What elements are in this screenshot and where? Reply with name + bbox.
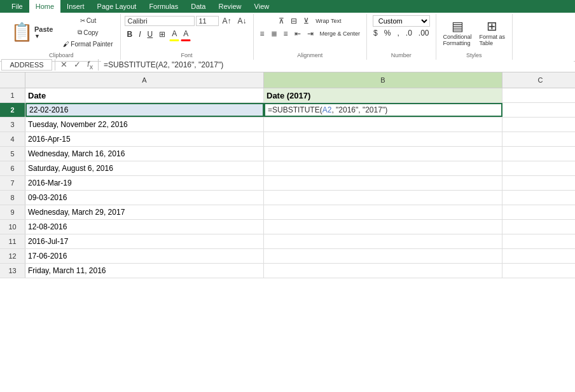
cell-c1[interactable] — [502, 88, 575, 102]
column-header-b[interactable]: B — [264, 72, 502, 88]
cell-a6[interactable]: Saturday, August 6, 2016 — [25, 161, 264, 175]
wrap-text-button[interactable]: Wrap Text — [313, 17, 343, 26]
formula-input[interactable] — [101, 60, 574, 69]
tab-data[interactable]: Data — [184, 0, 212, 13]
tab-home[interactable]: Home — [29, 0, 60, 13]
fill-color-button[interactable]: A — [169, 28, 179, 41]
name-box[interactable] — [1, 59, 52, 71]
cell-b13[interactable] — [264, 264, 502, 278]
format-painter-button[interactable]: 🖌 Format Painter — [60, 39, 116, 50]
row-number[interactable]: 9 — [0, 205, 25, 219]
align-middle-button[interactable]: ⊟ — [288, 15, 300, 27]
cell-c11[interactable] — [502, 234, 575, 248]
cell-a5[interactable]: Wednesday, March 16, 2016 — [25, 147, 264, 161]
align-top-button[interactable]: ⊼ — [276, 15, 287, 27]
cell-b10[interactable] — [264, 220, 502, 234]
format-as-table-button[interactable]: ⊞ Format asTable — [476, 17, 509, 48]
paste-dropdown[interactable]: ▼ — [34, 33, 40, 39]
row-number[interactable]: 12 — [0, 249, 25, 263]
row-number[interactable]: 11 — [0, 234, 25, 248]
currency-button[interactable]: $ — [371, 27, 380, 39]
tab-view[interactable]: View — [248, 0, 276, 13]
cell-a1[interactable]: Date — [25, 88, 264, 102]
insert-function-button[interactable]: fx — [85, 59, 95, 71]
bold-button[interactable]: B — [125, 29, 135, 41]
cell-c2[interactable] — [502, 103, 575, 117]
italic-button[interactable]: I — [136, 29, 143, 41]
align-right-button[interactable]: ≡ — [281, 28, 291, 40]
underline-button[interactable]: U — [145, 29, 156, 41]
row-number[interactable]: 13 — [0, 264, 25, 278]
cell-c9[interactable] — [502, 205, 575, 219]
cancel-formula-button[interactable]: ✕ — [58, 60, 70, 69]
font-name-input[interactable] — [125, 16, 195, 26]
row-number[interactable]: 3 — [0, 118, 25, 132]
cell-a13[interactable]: Friday, March 11, 2016 — [25, 264, 264, 278]
cell-c4[interactable] — [502, 132, 575, 146]
number-format-select[interactable]: Custom General Number Currency Date — [373, 15, 430, 27]
paste-button[interactable]: 📋 Paste ▼ — [6, 22, 57, 43]
tab-page-layout[interactable]: Page Layout — [91, 0, 143, 13]
column-header-a[interactable]: A — [25, 72, 264, 88]
cell-c13[interactable] — [502, 264, 575, 278]
border-button[interactable]: ⊞ — [156, 29, 168, 41]
increase-indent-button[interactable]: ⇥ — [305, 28, 316, 40]
comma-button[interactable]: , — [394, 27, 401, 39]
cell-a10[interactable]: 12-08-2016 — [25, 220, 264, 234]
cell-b12[interactable] — [264, 249, 502, 263]
cell-c3[interactable] — [502, 118, 575, 132]
cell-c12[interactable] — [502, 249, 575, 263]
percent-button[interactable]: % — [382, 27, 394, 39]
row-number[interactable]: 10 — [0, 220, 25, 234]
cell-c7[interactable] — [502, 176, 575, 190]
row-number[interactable]: 7 — [0, 176, 25, 190]
cell-b8[interactable] — [264, 191, 502, 205]
cell-b5[interactable] — [264, 147, 502, 161]
tab-formulas[interactable]: Formulas — [142, 0, 184, 13]
conditional-formatting-button[interactable]: ▤ ConditionalFormatting — [440, 17, 475, 48]
cut-button[interactable]: ✂ Cut — [60, 15, 116, 26]
cell-a12[interactable]: 17-06-2016 — [25, 249, 264, 263]
cell-b9[interactable] — [264, 205, 502, 219]
cell-a7[interactable]: 2016-Mar-19 — [25, 176, 264, 190]
cell-b1[interactable]: Date (2017) — [264, 88, 502, 102]
font-color-button[interactable]: A — [181, 28, 191, 41]
cell-a2[interactable]: 22-02-2016 — [25, 103, 264, 117]
decrease-font-button[interactable]: A↓ — [235, 15, 249, 27]
cell-c8[interactable] — [502, 191, 575, 205]
cell-b11[interactable] — [264, 234, 502, 248]
cell-a9[interactable]: Wednesday, March 29, 2017 — [25, 205, 264, 219]
cell-c5[interactable] — [502, 147, 575, 161]
tab-file[interactable]: File — [5, 0, 29, 13]
font-size-input[interactable] — [196, 16, 219, 26]
row-number[interactable]: 6 — [0, 161, 25, 175]
increase-decimal-button[interactable]: .00 — [416, 27, 432, 39]
align-bottom-button[interactable]: ⊻ — [301, 15, 312, 27]
tab-review[interactable]: Review — [212, 0, 247, 13]
column-header-c[interactable]: C — [502, 72, 575, 88]
row-number[interactable]: 5 — [0, 147, 25, 161]
row-number[interactable]: 4 — [0, 132, 25, 146]
corner-cell[interactable] — [0, 72, 25, 88]
cell-a8[interactable]: 09-03-2016 — [25, 191, 264, 205]
cell-b3[interactable] — [264, 118, 502, 132]
copy-button[interactable]: ⧉ Copy — [60, 27, 116, 38]
cell-a4[interactable]: 2016-Apr-15 — [25, 132, 264, 146]
confirm-formula-button[interactable]: ✓ — [71, 60, 83, 69]
cell-b2[interactable]: =SUBSTITUTE(A2, "2016", "2017") — [264, 103, 502, 117]
increase-font-button[interactable]: A↑ — [220, 15, 234, 27]
merge-center-button[interactable]: Merge & Center — [317, 29, 363, 39]
cell-c10[interactable] — [502, 220, 575, 234]
cell-a11[interactable]: 2016-Jul-17 — [25, 234, 264, 248]
tab-insert[interactable]: Insert — [60, 0, 91, 13]
cell-c6[interactable] — [502, 161, 575, 175]
cell-b7[interactable] — [264, 176, 502, 190]
row-number[interactable]: 2 — [0, 103, 25, 117]
decrease-decimal-button[interactable]: .0 — [403, 27, 415, 39]
row-number[interactable]: 1 — [0, 88, 25, 102]
row-number[interactable]: 8 — [0, 191, 25, 205]
decrease-indent-button[interactable]: ⇤ — [292, 28, 303, 40]
align-center-button[interactable]: ≣ — [268, 28, 280, 40]
cell-b4[interactable] — [264, 132, 502, 146]
cell-b6[interactable] — [264, 161, 502, 175]
